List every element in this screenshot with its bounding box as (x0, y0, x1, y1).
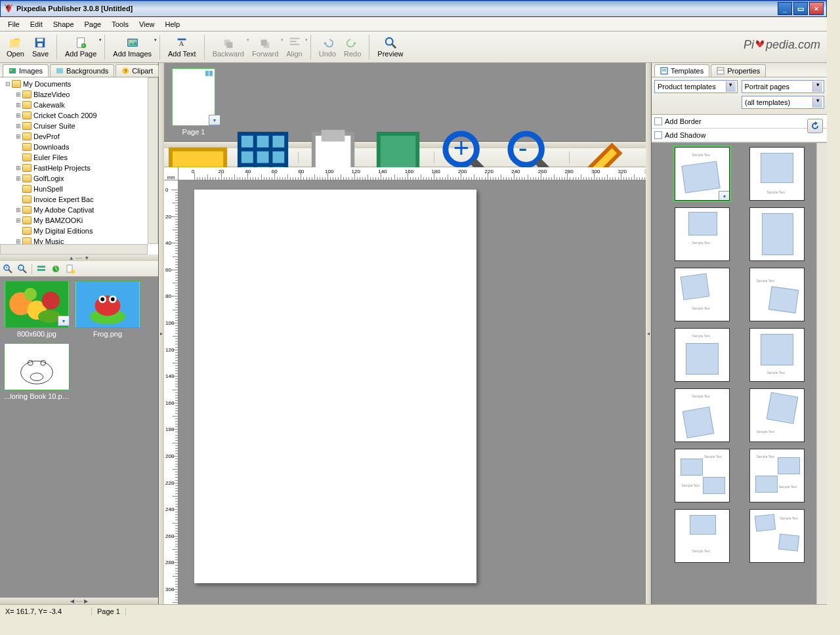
save-button[interactable]: Save (28, 35, 52, 59)
menu-help[interactable]: Help (160, 19, 186, 30)
canvas-area[interactable] (178, 180, 646, 604)
addimages-button[interactable]: ▾Add Images (109, 35, 156, 59)
preview-button[interactable]: Preview (373, 35, 407, 59)
template-grid: Sample Text▾Sample TextSample TextSample… (652, 143, 827, 604)
refresh-templates-button[interactable] (807, 119, 823, 133)
left-bottom-splitter[interactable]: ◀ ∙∙∙∙∙ ▶ (0, 598, 158, 604)
window-title: Pixpedia Publisher 3.0.8 [Untitled] (16, 5, 776, 12)
right-split[interactable]: ◂ (646, 63, 651, 604)
page-dd-button[interactable]: ▾ (209, 115, 220, 125)
floppy-icon (32, 36, 48, 49)
template-item[interactable]: Sample Text (675, 388, 730, 442)
tree-item[interactable]: Invoice Expert Bac (1, 194, 146, 205)
tree-item[interactable]: ⊞Cakewalk (1, 100, 146, 110)
add-border-label: Add Border (665, 117, 702, 125)
tree-item[interactable]: ⊞BlazeVideo (1, 89, 146, 100)
svg-point-21 (761, 41, 763, 43)
tree-item[interactable]: ⊞Cruiser Suite (1, 121, 146, 131)
left-split[interactable]: ▸ (159, 63, 164, 604)
tree-item[interactable]: ⊞DevProf (1, 131, 146, 142)
tree-item[interactable]: ⊞My Music (1, 236, 146, 244)
menu-shape[interactable]: Shape (48, 19, 79, 30)
page-label: Page 1 (182, 128, 205, 136)
template-item[interactable]: Sample Text (749, 388, 805, 442)
tree-item[interactable]: HunSpell (1, 184, 146, 194)
menu-page[interactable]: Page (79, 19, 107, 30)
template-item[interactable]: Sample Text (675, 328, 730, 382)
zoom-in-icon[interactable]: + (3, 264, 13, 274)
zoom-out-icon[interactable]: - (17, 264, 28, 274)
menu-edit[interactable]: Edit (25, 19, 48, 30)
tab-clipart[interactable]: ?Clipart (116, 64, 159, 77)
template-item[interactable]: Sample Text (675, 207, 730, 261)
svg-point-37 (71, 270, 75, 274)
addpage-button[interactable]: +▾Add Page (61, 35, 100, 59)
tree-item[interactable]: Euler Files (1, 152, 146, 163)
svg-point-20 (757, 41, 759, 43)
template-item[interactable]: Sample Text (749, 509, 805, 563)
svg-rect-51 (5, 344, 68, 390)
template-item[interactable] (749, 207, 805, 261)
close-button[interactable]: × (809, 2, 824, 15)
folder-open-icon (7, 36, 23, 49)
new-file-icon[interactable] (65, 264, 75, 274)
template-item[interactable]: Sample TextSample Text (749, 449, 805, 502)
page-orientation-combo[interactable]: Portrait pages (742, 80, 825, 93)
template-item[interactable]: Sample Text (749, 268, 805, 321)
refresh-thumbs-icon[interactable] (51, 264, 61, 274)
tree-item[interactable]: ⊞FastHelp Projects (1, 163, 146, 173)
addtext-button[interactable]: AAdd Text (164, 35, 200, 59)
tree-item[interactable]: ⊞GolfLogix (1, 173, 146, 184)
svg-point-23 (10, 70, 12, 72)
image-thumb[interactable]: ...loring Book 10.png (4, 343, 70, 400)
product-template-combo[interactable]: Product templates (654, 80, 738, 93)
maximize-button[interactable]: ▭ (793, 2, 808, 15)
tab-backgrounds[interactable]: Backgrounds (50, 64, 114, 77)
template-item[interactable]: Sample Text (749, 147, 805, 201)
add-shadow-checkbox[interactable] (654, 131, 662, 139)
view-list-icon[interactable] (36, 264, 47, 274)
book-icon (205, 70, 213, 77)
tree-item[interactable]: ⊟My Documents (1, 79, 146, 89)
tree-item[interactable]: ⊞Cricket Coach 2009 (1, 110, 146, 121)
svg-rect-78 (717, 68, 724, 74)
svg-point-18 (386, 38, 393, 45)
thumb-dd-button[interactable]: ▾ (58, 316, 70, 326)
image-thumb[interactable]: Frog.png (75, 281, 140, 338)
template-item[interactable]: Sample Text (675, 509, 730, 563)
svg-line-31 (23, 270, 26, 273)
image-thumb[interactable]: ▾800x600.jpg (4, 281, 70, 338)
tree-item[interactable]: My Digital Editions (1, 226, 146, 236)
tree-vscroll[interactable] (148, 77, 158, 244)
template-item[interactable]: Sample Text▾ (675, 147, 730, 201)
tree-hscroll[interactable] (0, 244, 148, 255)
menubar: FileEditShapePageToolsViewHelp (0, 17, 827, 31)
svg-text:+: + (5, 265, 8, 270)
template-item[interactable]: Sample Text (749, 328, 805, 382)
menu-tools[interactable]: Tools (106, 19, 134, 30)
left-splitter[interactable]: ▲ ∙∙∙∙∙ ▼ (0, 255, 158, 261)
add-border-checkbox[interactable] (654, 117, 662, 125)
page-thumb[interactable]: ▾ Page 1 (168, 68, 219, 136)
tab-images[interactable]: Images (3, 64, 49, 77)
menu-view[interactable]: View (134, 19, 160, 30)
template-filter-combo[interactable]: (all templates) (742, 96, 824, 109)
template-item[interactable]: Sample Text (675, 268, 730, 321)
template-item[interactable]: Sample TextSample Text (675, 449, 730, 502)
page-add-icon: + (73, 36, 89, 49)
page-canvas[interactable] (194, 190, 476, 583)
ruler-corner: mm (164, 167, 178, 180)
svg-text:+: + (82, 43, 85, 48)
template-dd-button[interactable]: ▾ (719, 191, 730, 201)
tab-properties[interactable]: Properties (711, 64, 766, 77)
tree-item[interactable]: ⊞My Adobe Captivat (1, 205, 146, 215)
tree-item[interactable]: ⊞My BAMZOOKi (1, 215, 146, 226)
tab-templates[interactable]: Templates (654, 64, 709, 77)
minimize-button[interactable]: _ (778, 2, 792, 15)
menu-file[interactable]: File (3, 19, 25, 30)
tree-item[interactable]: Downloads (1, 142, 146, 152)
thumb-toolbar: + - (0, 261, 158, 277)
svg-line-19 (392, 45, 396, 48)
open-button[interactable]: Open (3, 35, 28, 59)
template-vscroll[interactable] (816, 143, 827, 604)
